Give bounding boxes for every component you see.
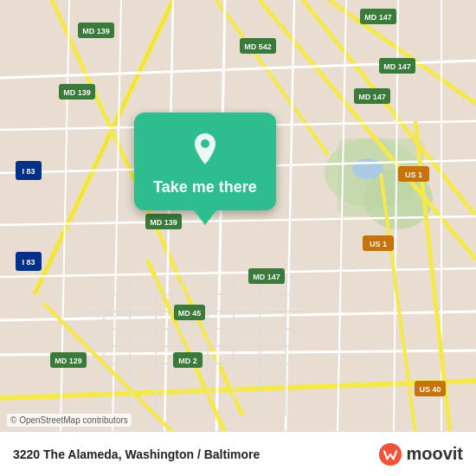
location-pin-icon [184,128,226,170]
map-background: MD 139 MD 147 MD 542 MD 147 MD 139 MD 14… [0,0,476,476]
svg-point-4 [352,158,383,179]
location-popup[interactable]: Take me there [134,113,276,225]
svg-text:US 1: US 1 [370,240,387,248]
svg-text:MD 139: MD 139 [82,27,110,35]
svg-text:MD 147: MD 147 [383,62,411,71]
svg-text:MD 542: MD 542 [244,42,272,51]
moovit-text: moovit [406,444,463,464]
svg-text:MD 2: MD 2 [178,357,197,365]
bottom-bar: 3220 The Alameda, Washington / Baltimore… [0,431,476,476]
map-container: MD 139 MD 147 MD 542 MD 147 MD 139 MD 14… [0,0,476,476]
address-label: 3220 The Alameda, Washington / Baltimore [13,447,260,461]
svg-text:I 83: I 83 [22,167,35,176]
svg-text:MD 45: MD 45 [178,309,202,318]
moovit-logo-icon [378,442,402,466]
popup-bubble: Take me there [134,113,276,210]
popup-label: Take me there [153,178,257,196]
bottom-left-info: 3220 The Alameda, Washington / Baltimore [13,447,260,461]
svg-text:US 40: US 40 [419,385,441,394]
svg-text:MD 139: MD 139 [63,88,91,97]
popup-tail [193,209,217,225]
svg-text:I 83: I 83 [22,258,35,267]
moovit-logo: moovit [378,442,463,466]
svg-text:MD 147: MD 147 [364,13,392,22]
svg-text:MD 147: MD 147 [253,273,280,281]
svg-text:MD 147: MD 147 [358,93,386,101]
svg-text:MD 129: MD 129 [55,357,82,365]
svg-point-77 [201,139,209,148]
svg-text:US 1: US 1 [405,170,422,179]
map-attribution: © OpenStreetMap contributors [7,414,132,427]
